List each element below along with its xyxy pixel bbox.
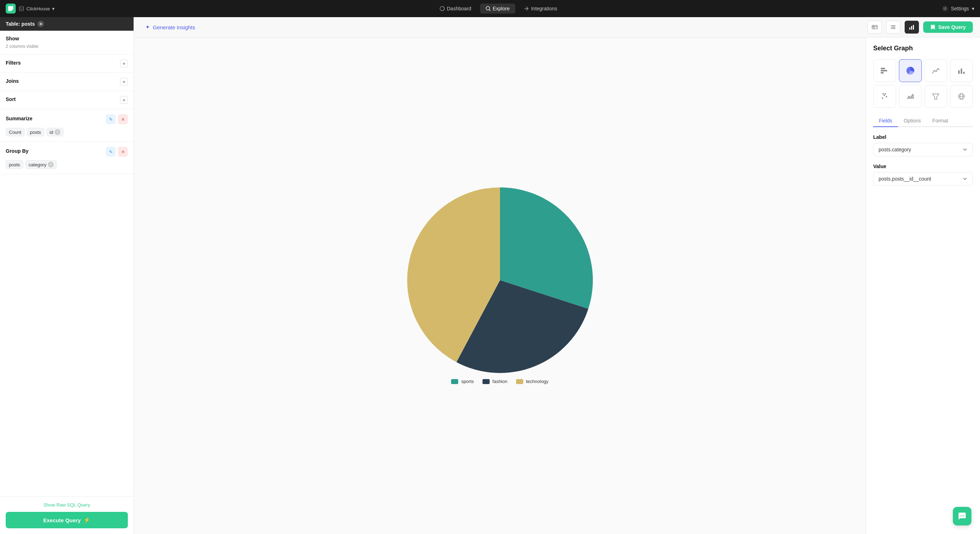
summarize-section: Summarize ✎ ✕ Count posts id ✕ xyxy=(0,109,134,142)
value-field-label: Value xyxy=(873,164,973,169)
chart-svg-wrap: sports fashion technology xyxy=(379,188,621,384)
filters-label: Filters xyxy=(6,60,21,66)
nav-center: Dashboard Explore Integrations xyxy=(57,3,940,14)
svg-point-3 xyxy=(944,8,946,10)
nav-integrations[interactable]: Integrations xyxy=(518,3,563,14)
svg-point-11 xyxy=(891,27,891,27)
tag-id: id ✕ xyxy=(46,128,64,137)
svg-rect-18 xyxy=(881,70,887,72)
label-field-select[interactable]: posts.category xyxy=(873,143,973,156)
value-field-select[interactable]: posts.posts__id__count xyxy=(873,172,973,186)
legend-dot-fashion xyxy=(482,379,490,384)
chart-container: sports fashion technology xyxy=(134,38,866,534)
graph-bar-vertical[interactable] xyxy=(950,59,973,82)
view-list-btn[interactable] xyxy=(886,21,900,33)
summarize-edit-btn[interactable]: ✎ xyxy=(106,114,116,124)
content-toolbar: ✦ Generate Insights Save Query xyxy=(134,17,980,38)
generate-insights-btn[interactable]: ✦ Generate Insights xyxy=(141,22,199,32)
groupby-delete-btn[interactable]: ✕ xyxy=(118,147,128,157)
tag-id-remove[interactable]: ✕ xyxy=(55,129,60,135)
chat-button[interactable] xyxy=(953,507,971,525)
summarize-delete-btn[interactable]: ✕ xyxy=(118,114,128,124)
nav-dashboard[interactable]: Dashboard xyxy=(434,3,477,14)
chart-legend: sports fashion technology xyxy=(451,379,548,384)
groupby-section: Group By ✎ ✕ posts category ✕ xyxy=(0,142,134,174)
tab-options[interactable]: Options xyxy=(898,115,926,127)
svg-point-24 xyxy=(884,95,885,96)
db-selector[interactable]: ClickHouse ▾ xyxy=(19,6,55,11)
svg-rect-21 xyxy=(961,68,962,74)
table-close-btn[interactable]: ✕ xyxy=(38,21,44,27)
show-section: Show 2 columns visible xyxy=(0,31,134,55)
legend-sports: sports xyxy=(451,379,474,384)
svg-point-31 xyxy=(960,515,961,516)
select-graph-title: Select Graph xyxy=(873,44,973,52)
tab-format[interactable]: Format xyxy=(927,115,954,127)
show-label: Show xyxy=(6,36,19,41)
main-layout: Table: posts ✕ Show 2 columns visible Fi… xyxy=(0,17,980,534)
sort-add-btn[interactable]: + xyxy=(120,96,128,104)
svg-rect-13 xyxy=(909,27,910,30)
filters-add-btn[interactable]: + xyxy=(120,60,128,67)
db-chevron: ▾ xyxy=(52,6,55,11)
db-name: ClickHouse xyxy=(26,6,50,11)
summarize-tags: Count posts id ✕ xyxy=(6,128,128,137)
label-field-label: Label xyxy=(873,134,973,140)
execute-query-btn[interactable]: Execute Query ⚡ xyxy=(6,512,128,528)
svg-point-32 xyxy=(962,515,963,516)
sort-label: Sort xyxy=(6,96,16,102)
joins-add-btn[interactable]: + xyxy=(120,78,128,86)
generate-insights-label: Generate Insights xyxy=(153,24,195,30)
tag-count: Count xyxy=(6,128,25,137)
svg-point-12 xyxy=(891,28,891,29)
show-sql-link[interactable]: Show Raw SQL Query xyxy=(6,502,128,508)
nav-settings[interactable]: Settings ▾ xyxy=(942,6,974,11)
panel-tabs: Fields Options Format xyxy=(873,115,973,127)
graph-area[interactable] xyxy=(899,85,922,108)
topnav: ClickHouse ▾ Dashboard Explore Integrati… xyxy=(0,0,980,17)
svg-rect-4 xyxy=(872,25,877,29)
nav-explore[interactable]: Explore xyxy=(480,3,515,14)
view-chart-btn[interactable] xyxy=(905,21,919,33)
svg-point-26 xyxy=(885,93,886,95)
svg-point-25 xyxy=(886,96,887,97)
content-area: ✦ Generate Insights Save Query xyxy=(134,17,980,534)
joins-section: Joins + xyxy=(0,73,134,91)
summarize-label: Summarize xyxy=(6,116,32,121)
sidebar-header: Table: posts ✕ xyxy=(0,17,134,31)
groupby-edit-btn[interactable]: ✎ xyxy=(106,147,116,157)
tag-category: category ✕ xyxy=(25,160,57,169)
graph-globe[interactable] xyxy=(950,85,973,108)
label-field-group: Label posts.category xyxy=(873,134,973,156)
graph-line[interactable] xyxy=(924,59,948,82)
svg-point-10 xyxy=(891,25,891,26)
tag-posts: posts xyxy=(27,128,44,137)
svg-rect-19 xyxy=(881,72,884,73)
value-field-group: Value posts.posts__id__count xyxy=(873,164,973,186)
svg-rect-22 xyxy=(963,72,965,74)
filters-section: Filters + xyxy=(0,55,134,73)
sidebar-footer: Show Raw SQL Query Execute Query ⚡ xyxy=(0,496,134,534)
tag-category-remove[interactable]: ✕ xyxy=(48,162,54,167)
graph-pie[interactable] xyxy=(899,59,922,82)
legend-dot-technology xyxy=(516,379,523,384)
view-table-btn[interactable] xyxy=(867,21,882,33)
tab-fields[interactable]: Fields xyxy=(873,115,898,127)
table-title: Table: posts xyxy=(6,21,35,27)
svg-point-27 xyxy=(883,93,884,95)
svg-rect-17 xyxy=(881,68,885,69)
graph-bar-horizontal[interactable] xyxy=(873,59,896,82)
groupby-tags: posts category ✕ xyxy=(6,160,128,169)
svg-point-2 xyxy=(486,6,490,10)
pie-chart xyxy=(407,188,593,373)
svg-point-33 xyxy=(963,515,964,516)
svg-rect-14 xyxy=(911,26,912,30)
svg-rect-20 xyxy=(958,70,959,74)
sort-section: Sort + xyxy=(0,91,134,109)
app-logo xyxy=(6,3,16,14)
graph-scatter[interactable] xyxy=(873,85,896,108)
save-query-btn[interactable]: Save Query xyxy=(923,21,973,33)
graph-type-icons xyxy=(873,59,973,108)
tag-posts-group: posts xyxy=(6,160,23,169)
graph-funnel[interactable] xyxy=(924,85,948,108)
